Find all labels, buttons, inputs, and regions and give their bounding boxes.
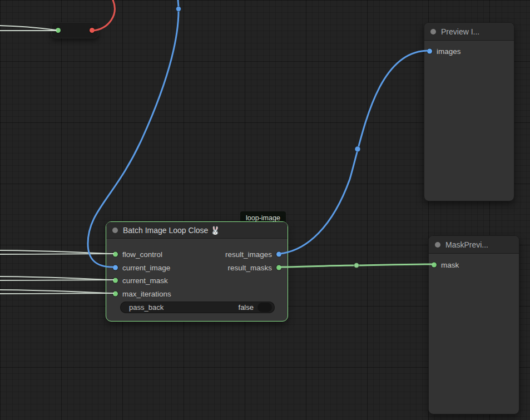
- collapsed-node[interactable]: [51, 22, 98, 38]
- collapsed-node-input-port[interactable]: [56, 28, 61, 33]
- output-port-result-images[interactable]: [276, 252, 281, 257]
- input-label-current-image: current_image: [122, 264, 170, 272]
- link-pale-current-mask: [0, 280, 113, 280]
- link-result-images: [280, 51, 428, 254]
- link-pale-max-iterations: [0, 293, 113, 294]
- widget-pass-back[interactable]: pass_back false: [120, 302, 275, 313]
- input-port-images[interactable]: [427, 49, 432, 54]
- node-titlebar[interactable]: Preview I...: [424, 23, 514, 41]
- node-titlebar[interactable]: Batch Image Loop Close 🐰: [106, 222, 288, 239]
- graph-canvas[interactable]: Preview I... images MaskPrevi... mask lo…: [0, 0, 530, 420]
- input-slot-flow-control: flow_control: [113, 250, 162, 259]
- widget-pass-back-value: false: [239, 303, 254, 312]
- input-label-current-mask: current_mask: [122, 276, 168, 285]
- input-label-max-iterations: max_iterations: [122, 290, 171, 298]
- link-midpoint-dot[interactable]: [355, 146, 360, 152]
- link-pale-current-mask: [0, 276, 113, 280]
- input-port-current-image[interactable]: [113, 265, 118, 270]
- node-title: MaskPrevi...: [445, 240, 488, 249]
- link-pale-flow-control: [0, 254, 113, 254]
- input-slot-images: images: [427, 47, 461, 56]
- node-batch-image-loop-close[interactable]: Batch Image Loop Close 🐰 flow_control cu…: [106, 221, 288, 322]
- input-port-current-mask[interactable]: [113, 278, 118, 283]
- link-midpoint-dot[interactable]: [354, 263, 359, 268]
- node-title: Batch Image Loop Close 🐰: [123, 226, 220, 235]
- link-result-masks: [280, 264, 433, 267]
- input-label-flow-control: flow_control: [122, 250, 162, 259]
- node-title: Preview I...: [441, 27, 479, 36]
- collapsed-node-output-port[interactable]: [90, 28, 95, 33]
- input-port-max-iterations[interactable]: [113, 291, 118, 297]
- output-slot-result-images: result_images: [225, 250, 281, 259]
- collapse-dot-icon[interactable]: [112, 228, 118, 233]
- collapse-dot-icon[interactable]: [430, 29, 436, 34]
- output-label-result-images: result_images: [225, 250, 272, 259]
- input-slot-current-mask: current_mask: [113, 276, 168, 285]
- output-port-result-masks[interactable]: [276, 265, 281, 270]
- input-label-mask: mask: [441, 261, 459, 269]
- link-pale-max-iterations: [0, 290, 113, 293]
- input-port-mask[interactable]: [432, 263, 437, 268]
- input-label-images: images: [437, 47, 461, 56]
- node-mask-preview[interactable]: MaskPrevi... mask: [428, 235, 519, 414]
- link-midpoint-dot[interactable]: [176, 7, 181, 12]
- output-label-result-masks: result_masks: [227, 264, 272, 272]
- collapse-dot-icon[interactable]: [435, 242, 440, 248]
- link-pale-flow-control: [0, 250, 113, 254]
- widget-pass-back-toggle[interactable]: [257, 303, 272, 312]
- input-slot-max-iterations: max_iterations: [113, 290, 171, 298]
- node-preview-image[interactable]: Preview I... images: [424, 22, 514, 201]
- input-slot-mask: mask: [432, 261, 459, 269]
- link-pale: [0, 26, 56, 30]
- widget-pass-back-label: pass_back: [129, 303, 239, 312]
- node-titlebar[interactable]: MaskPrevi...: [429, 236, 519, 254]
- input-port-flow-control[interactable]: [113, 252, 118, 257]
- output-slot-result-masks: result_masks: [227, 264, 281, 272]
- input-slot-current-image: current_image: [113, 264, 170, 272]
